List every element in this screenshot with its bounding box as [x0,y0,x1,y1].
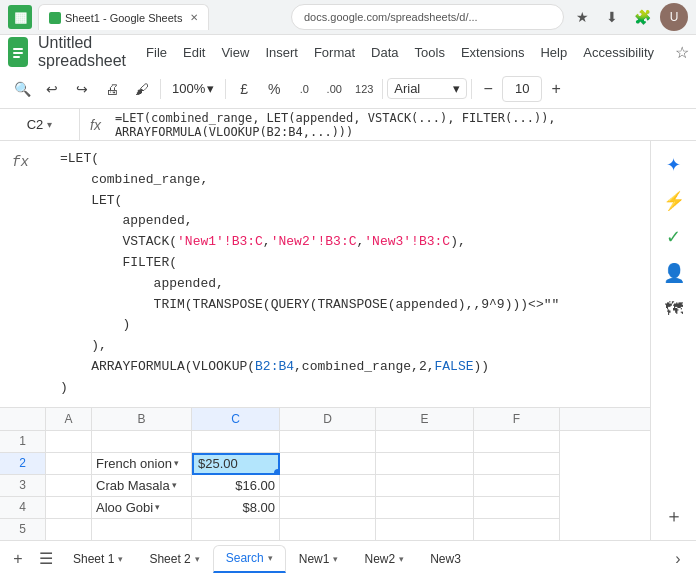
sheet-tab-2[interactable]: Sheet 2 ▾ [136,545,212,573]
paint-format-btn[interactable]: 🖌 [128,75,156,103]
col-header-e[interactable]: E [376,408,474,430]
font-size-plus-btn[interactable]: + [544,77,568,101]
formula-input[interactable]: =LET(combined_range, LET(appended, VSTAC… [111,111,696,139]
decimal-less-btn[interactable]: .0 [290,75,318,103]
cell-c4[interactable]: $8.00 [192,497,280,519]
row-header-2[interactable]: 2 [0,453,46,475]
row-header-3[interactable]: 3 [0,475,46,497]
sheet-tab-new1[interactable]: New1 ▾ [286,545,352,573]
tab-close-icon[interactable]: ✕ [190,12,198,23]
font-size-box[interactable]: 10 [502,76,542,102]
cell-ref-value: C2 [27,117,44,132]
col-header-c[interactable]: C [192,408,280,430]
expand-sheets-btn[interactable]: › [664,545,692,573]
menu-file[interactable]: File [138,41,175,64]
chrome-tab[interactable]: Sheet1 - Google Sheets ✕ [38,4,209,30]
fx-symbol: fx [80,117,111,133]
cell-f5[interactable] [474,519,560,540]
star-icon[interactable]: ★ [570,5,594,29]
notifications-icon[interactable]: ⚡ [658,185,690,217]
expand-side-panel-btn[interactable]: ＋ [658,500,690,532]
cell-e3[interactable] [376,475,474,497]
sheet-tab-new2[interactable]: New2 ▾ [351,545,417,573]
dropdown-arrow-b3[interactable]: ▾ [172,480,177,490]
cell-a5[interactable] [46,519,92,540]
cell-d2[interactable] [280,453,376,475]
user-avatar[interactable]: U [660,3,688,31]
menu-format[interactable]: Format [306,41,363,64]
cell-d4[interactable] [280,497,376,519]
undo-btn[interactable]: ↩ [38,75,66,103]
cell-b2[interactable]: French onion ▾ [92,453,192,475]
zoom-selector[interactable]: 100% ▾ [165,78,221,99]
star-sheet-icon[interactable]: ☆ [666,36,696,68]
contacts-icon[interactable]: 👤 [658,257,690,289]
cell-f1[interactable] [474,431,560,453]
tasks-icon[interactable]: ✓ [658,221,690,253]
row-header-1[interactable]: 1 [0,431,46,453]
menu-edit[interactable]: Edit [175,41,213,64]
menu-help[interactable]: Help [532,41,575,64]
extension-icon[interactable]: 🧩 [630,5,654,29]
dropdown-arrow-b4[interactable]: ▾ [155,502,160,512]
maps-icon[interactable]: 🗺 [658,293,690,325]
cell-e4[interactable] [376,497,474,519]
menu-insert[interactable]: Insert [257,41,306,64]
menu-view[interactable]: View [213,41,257,64]
cell-e2[interactable] [376,453,474,475]
format-123-btn[interactable]: 123 [350,75,378,103]
cell-selection-handle[interactable] [274,469,280,475]
percent-btn[interactable]: % [260,75,288,103]
sheet-tab-search[interactable]: Search ▾ [213,545,286,573]
cell-reference[interactable]: C2 ▾ [0,109,80,140]
decimal-more-btn[interactable]: .00 [320,75,348,103]
cell-c4-value: $8.00 [242,500,275,515]
col-header-b[interactable]: B [92,408,192,430]
cell-d3[interactable] [280,475,376,497]
print-btn[interactable]: 🖨 [98,75,126,103]
search-toolbar-btn[interactable]: 🔍 [8,75,36,103]
sheets-menu-btn[interactable]: ☰ [32,545,60,573]
add-sheet-btn[interactable]: + [4,545,32,573]
cell-f2[interactable] [474,453,560,475]
col-header-a[interactable]: A [46,408,92,430]
sheet-tab-new3[interactable]: New3 [417,545,474,573]
menu-tools[interactable]: Tools [407,41,453,64]
col-header-d[interactable]: D [280,408,376,430]
more-sheets-btn[interactable]: › [664,545,692,573]
cell-a2[interactable] [46,453,92,475]
cell-a4[interactable] [46,497,92,519]
currency-btn[interactable]: £ [230,75,258,103]
address-bar[interactable]: docs.google.com/spreadsheets/d/... [291,4,564,30]
cell-d5[interactable] [280,519,376,540]
cell-b1[interactable] [92,431,192,453]
col-header-f[interactable]: F [474,408,560,430]
cell-b3[interactable]: Crab Masala ▾ [92,475,192,497]
cell-f3[interactable] [474,475,560,497]
font-size-minus-btn[interactable]: − [476,77,500,101]
cell-a3[interactable] [46,475,92,497]
cell-c1[interactable] [192,431,280,453]
menu-extensions[interactable]: Extensions [453,41,533,64]
cell-c5[interactable] [192,519,280,540]
download-icon[interactable]: ⬇ [600,5,624,29]
menu-accessibility[interactable]: Accessibility [575,41,662,64]
cell-c3[interactable]: $16.00 [192,475,280,497]
cell-e1[interactable] [376,431,474,453]
gemini-icon[interactable]: ✦ [658,149,690,181]
font-selector[interactable]: Arial ▾ [387,78,467,99]
dropdown-arrow-b2[interactable]: ▾ [174,458,179,468]
menu-data[interactable]: Data [363,41,406,64]
cell-b4[interactable]: Aloo Gobi ▾ [92,497,192,519]
cell-f4[interactable] [474,497,560,519]
cell-a1[interactable] [46,431,92,453]
cell-e5[interactable] [376,519,474,540]
cell-b5[interactable] [92,519,192,540]
row-header-4[interactable]: 4 [0,497,46,519]
cell-c2[interactable]: $25.00 [192,453,280,475]
cell-d1[interactable] [280,431,376,453]
row-header-5[interactable]: 5 [0,519,46,540]
sheet-tab-1[interactable]: Sheet 1 ▾ [60,545,136,573]
redo-btn[interactable]: ↪ [68,75,96,103]
select-all-btn[interactable] [0,408,46,430]
